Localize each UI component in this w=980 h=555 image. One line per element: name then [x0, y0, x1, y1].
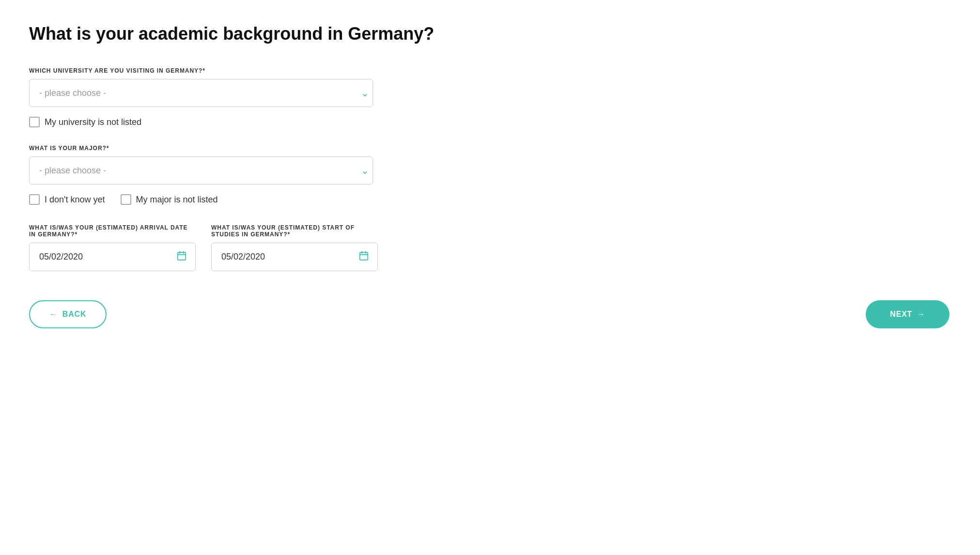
back-arrow-icon: ← — [49, 310, 58, 319]
next-button[interactable]: NEXT → — [866, 300, 949, 328]
university-select-wrapper: - please choose - ⌄ — [29, 79, 378, 107]
arrival-date-label: WHAT IS/WAS YOUR (ESTIMATED) ARRIVAL DAT… — [29, 224, 196, 238]
university-section: WHICH UNIVERSITY ARE YOU VISITING IN GER… — [29, 67, 378, 107]
start-studies-label: WHAT IS/WAS YOUR (ESTIMATED) START OF ST… — [211, 224, 378, 238]
dont-know-label: I don't know yet — [45, 195, 105, 205]
arrival-date-input[interactable] — [29, 243, 196, 271]
dont-know-checkbox[interactable] — [29, 194, 40, 205]
university-not-listed-row: My university is not listed — [29, 117, 378, 127]
university-not-listed-checkbox[interactable] — [29, 117, 40, 127]
major-not-listed-checkbox[interactable] — [121, 194, 131, 205]
start-studies-wrapper: WHAT IS/WAS YOUR (ESTIMATED) START OF ST… — [211, 224, 378, 271]
back-button-label: BACK — [62, 310, 86, 319]
form-container: WHICH UNIVERSITY ARE YOU VISITING IN GER… — [29, 67, 378, 271]
dont-know-item: I don't know yet — [29, 194, 105, 205]
university-not-listed-label: My university is not listed — [45, 117, 141, 127]
university-label: WHICH UNIVERSITY ARE YOU VISITING IN GER… — [29, 67, 378, 74]
next-arrow-icon: → — [917, 310, 925, 319]
arrival-date-input-wrapper — [29, 243, 196, 271]
back-button[interactable]: ← BACK — [29, 300, 107, 328]
major-checkboxes-row: I don't know yet My major is not listed — [29, 194, 378, 205]
start-studies-input[interactable] — [211, 243, 378, 271]
university-select[interactable]: - please choose - — [29, 79, 373, 107]
major-section: WHAT IS YOUR MAJOR?* - please choose - ⌄ — [29, 145, 378, 185]
page-title: What is your academic background in Germ… — [29, 23, 951, 44]
start-studies-input-wrapper — [211, 243, 378, 271]
date-section: WHAT IS/WAS YOUR (ESTIMATED) ARRIVAL DAT… — [29, 224, 378, 271]
arrival-date-wrapper: WHAT IS/WAS YOUR (ESTIMATED) ARRIVAL DAT… — [29, 224, 196, 271]
major-select-wrapper: - please choose - ⌄ — [29, 156, 378, 185]
major-not-listed-label: My major is not listed — [136, 195, 218, 205]
next-button-label: NEXT — [890, 310, 912, 319]
major-select[interactable]: - please choose - — [29, 156, 373, 185]
major-label: WHAT IS YOUR MAJOR?* — [29, 145, 378, 152]
button-row: ← BACK NEXT → — [29, 300, 949, 328]
major-not-listed-item: My major is not listed — [121, 194, 218, 205]
